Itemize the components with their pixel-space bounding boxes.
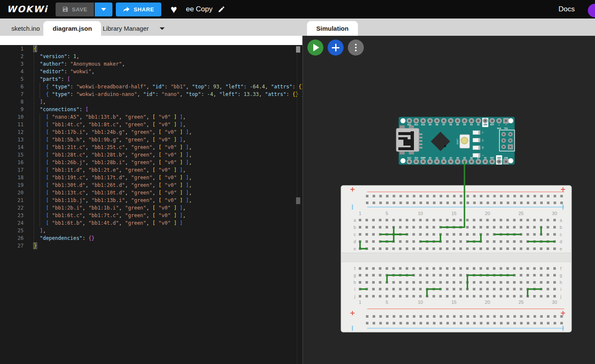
pin-label: RST xyxy=(490,157,494,159)
code-line: 8], xyxy=(0,98,303,106)
breadboard-column-number: 5 xyxy=(386,300,388,305)
line-number: 24 xyxy=(0,219,24,227)
wokwi-logo[interactable]: WOKWi xyxy=(7,4,48,14)
tab-diagram-json[interactable]: diagram.json xyxy=(43,21,101,36)
line-number: 26 xyxy=(0,234,24,242)
code-line: 2"version": 1, xyxy=(0,53,303,60)
line-number: 27 xyxy=(0,242,24,250)
breadboard-row-letter: i xyxy=(560,287,561,292)
code-editor[interactable]: 1{2"version": 1,3"author": "Anonymous ma… xyxy=(0,45,303,364)
code-line: 10[ "nano:A5", "bb1:13t.b", "green", [ "… xyxy=(0,113,303,121)
led-label: L xyxy=(482,154,484,156)
share-button[interactable]: SHARE xyxy=(116,3,162,16)
breadboard-row-letter: d xyxy=(560,239,562,244)
led-label: TX xyxy=(482,131,484,134)
chevron-down-icon xyxy=(160,27,165,30)
code-line: 16[ "bb1:26b.j", "bb1:28b.i", "green", [… xyxy=(0,159,303,166)
overview-cursor-mark xyxy=(296,46,300,53)
code-line: 26"dependencies": {} xyxy=(0,234,303,242)
line-number: 22 xyxy=(0,204,24,212)
line-number: 21 xyxy=(0,197,24,204)
scrollbar-thumb[interactable] xyxy=(296,197,300,204)
breadboard-row-letter: f xyxy=(560,266,562,271)
save-options-button[interactable] xyxy=(95,3,112,16)
pin-label: A4 xyxy=(456,157,459,159)
pin-label: VIN xyxy=(504,157,508,159)
led-label: ON xyxy=(482,146,484,149)
pin-sub-label: TX1 xyxy=(504,127,508,130)
breadboard-row-letter: j xyxy=(354,294,355,299)
tab-sketch-ino[interactable]: sketch.ino xyxy=(2,21,49,36)
breadboard-column-number: 10 xyxy=(418,300,423,305)
arduino-nano[interactable]: RESETTXRXONLD12D11D10D9D8D7D6D5D4D3D2GND… xyxy=(396,117,515,165)
breadboard[interactable]: 115510101515202025253030aabbccddeeffgghh… xyxy=(341,186,571,332)
breadboard-column-number: 15 xyxy=(451,300,456,305)
line-number: 3 xyxy=(0,60,24,68)
code-line: 3"author": "Anonymous maker", xyxy=(0,60,303,68)
editor-scrollbar-track[interactable] xyxy=(297,45,297,364)
pin-label: A2 xyxy=(443,157,445,159)
code-line: 7{ "type": "wokwi-arduino-nano", "id": "… xyxy=(0,90,303,98)
breadboard-column-number: 20 xyxy=(485,300,490,305)
tab-library-manager[interactable]: Library Manager xyxy=(93,21,174,36)
breadboard-column-number: 20 xyxy=(485,211,490,216)
breadboard-column-number: 30 xyxy=(552,300,557,305)
code-line: 27} xyxy=(0,242,303,250)
pin-label: D7 xyxy=(443,123,445,126)
edit-title-pencil-icon[interactable] xyxy=(218,5,225,13)
line-number: 9 xyxy=(0,106,24,113)
breadboard-row-letter: e xyxy=(560,247,562,251)
line-number: 6 xyxy=(0,83,24,90)
pin-label: D12 xyxy=(407,123,411,126)
pin-label: D2 xyxy=(477,123,480,126)
code-line: 5"parts": [ xyxy=(0,75,303,83)
floppy-icon xyxy=(62,6,69,13)
simulation-tabbar: Simulation xyxy=(303,19,595,36)
project-title: ee Copy xyxy=(186,5,212,13)
line-number: 16 xyxy=(0,159,24,166)
top-header: WOKWi SAVE SHARE ♥ ee Copy Docs xyxy=(0,0,595,19)
pin-label: A6 xyxy=(470,157,473,159)
pin-label: 3V3 xyxy=(414,157,418,159)
pin-label: GND xyxy=(483,123,487,126)
wokwi-app: WOKWi SAVE SHARE ♥ ee Copy Docs xyxy=(0,0,595,364)
breadboard-row-letter: h xyxy=(354,280,356,285)
breadboard-row-letter: g xyxy=(354,273,356,278)
code-line: 14[ "bb1:21t.c", "bb1:25t.c", "green", [… xyxy=(0,143,303,151)
code-line: 6{ "type": "wokwi-breadboard-half", "id"… xyxy=(0,83,303,90)
user-avatar[interactable] xyxy=(588,4,595,17)
save-button[interactable]: SAVE xyxy=(56,3,94,16)
breadboard-row-letter: j xyxy=(560,294,561,299)
code-line: 25], xyxy=(0,227,303,234)
line-number: 25 xyxy=(0,227,24,234)
line-number: 20 xyxy=(0,189,24,197)
chevron-down-icon xyxy=(101,8,106,11)
pin-label: ↓ xyxy=(499,123,500,126)
breadboard-column-number: 1 xyxy=(359,300,361,305)
pin-label: ↑ xyxy=(505,123,507,126)
docs-link[interactable]: Docs xyxy=(558,5,575,13)
save-button-group: SAVE xyxy=(56,3,112,16)
tab-label: Library Manager xyxy=(103,25,149,32)
code-line: 9"connections": [ xyxy=(0,106,303,113)
tab-simulation[interactable]: Simulation xyxy=(307,21,358,36)
code-line: 4"editor": "wokwi", xyxy=(0,68,303,75)
heart-icon[interactable]: ♥ xyxy=(171,4,177,15)
pin-label: A3 xyxy=(449,157,452,159)
breadboard-column-number: 1 xyxy=(359,211,361,216)
breadboard-column-number: 5 xyxy=(386,211,388,216)
line-number: 7 xyxy=(0,90,24,98)
share-icon xyxy=(123,6,130,13)
simulation-canvas[interactable]: 115510101515202025253030aabbccddeeffgghh… xyxy=(303,36,595,364)
line-number: 12 xyxy=(0,128,24,136)
breadboard-column-number: 10 xyxy=(418,211,423,216)
pin-label: D6 xyxy=(449,123,452,126)
pin-label: A7 xyxy=(477,157,480,159)
code-line: 24[ "bb1:6t.b", "bb1:4t.d", "green", [ "… xyxy=(0,219,303,227)
line-number: 18 xyxy=(0,174,24,181)
editor-tabbar: sketch.inodiagram.jsonLibrary Manager xyxy=(0,19,303,36)
pin-label: D8 xyxy=(436,123,438,126)
line-number: 19 xyxy=(0,181,24,189)
line-number: 13 xyxy=(0,136,24,143)
pin-label: A5 xyxy=(463,157,466,159)
